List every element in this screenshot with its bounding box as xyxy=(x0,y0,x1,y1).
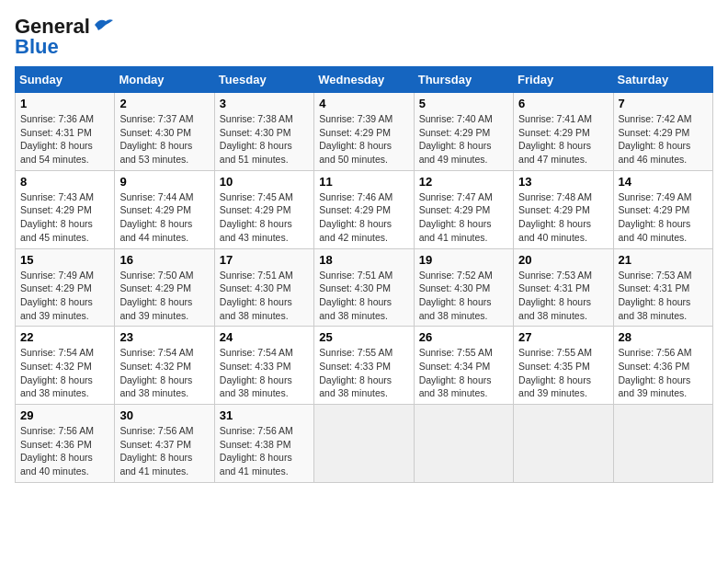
calendar-cell: 10Sunrise: 7:45 AM Sunset: 4:29 PM Dayli… xyxy=(214,170,313,248)
calendar-cell xyxy=(613,405,712,483)
day-number: 20 xyxy=(518,253,608,267)
day-number: 7 xyxy=(619,97,708,110)
day-info: Sunrise: 7:49 AM Sunset: 4:29 PM Dayligh… xyxy=(619,190,708,245)
day-number: 15 xyxy=(20,253,109,267)
calendar-cell: 3Sunrise: 7:38 AM Sunset: 4:30 PM Daylig… xyxy=(214,93,313,171)
day-info: Sunrise: 7:56 AM Sunset: 4:38 PM Dayligh… xyxy=(220,424,309,478)
day-of-week-header: Monday xyxy=(115,67,214,93)
calendar-week-row: 15Sunrise: 7:49 AM Sunset: 4:29 PM Dayli… xyxy=(16,248,713,327)
calendar-cell: 8Sunrise: 7:43 AM Sunset: 4:29 PM Daylig… xyxy=(16,170,115,248)
day-info: Sunrise: 7:39 AM Sunset: 4:29 PM Dayligh… xyxy=(319,112,408,167)
day-info: Sunrise: 7:51 AM Sunset: 4:30 PM Dayligh… xyxy=(220,269,309,323)
calendar-cell: 9Sunrise: 7:44 AM Sunset: 4:29 PM Daylig… xyxy=(115,170,214,248)
calendar-cell: 12Sunrise: 7:47 AM Sunset: 4:29 PM Dayli… xyxy=(414,170,513,248)
day-info: Sunrise: 7:51 AM Sunset: 4:30 PM Dayligh… xyxy=(319,269,408,323)
calendar-cell: 21Sunrise: 7:53 AM Sunset: 4:31 PM Dayli… xyxy=(613,248,712,327)
day-info: Sunrise: 7:56 AM Sunset: 4:37 PM Dayligh… xyxy=(119,424,209,478)
calendar-header: SundayMondayTuesdayWednesdayThursdayFrid… xyxy=(16,67,713,93)
calendar-cell: 6Sunrise: 7:41 AM Sunset: 4:29 PM Daylig… xyxy=(514,93,613,171)
day-info: Sunrise: 7:53 AM Sunset: 4:31 PM Dayligh… xyxy=(619,269,708,323)
day-number: 10 xyxy=(220,175,309,189)
day-of-week-header: Tuesday xyxy=(214,67,313,93)
day-info: Sunrise: 7:49 AM Sunset: 4:29 PM Dayligh… xyxy=(20,269,109,323)
day-number: 18 xyxy=(319,253,408,267)
day-info: Sunrise: 7:44 AM Sunset: 4:29 PM Dayligh… xyxy=(119,190,209,245)
day-number: 23 xyxy=(119,330,209,344)
day-number: 3 xyxy=(220,97,309,110)
day-info: Sunrise: 7:54 AM Sunset: 4:33 PM Dayligh… xyxy=(220,346,309,400)
day-number: 25 xyxy=(319,330,408,344)
calendar-cell: 14Sunrise: 7:49 AM Sunset: 4:29 PM Dayli… xyxy=(613,170,712,248)
calendar-cell: 20Sunrise: 7:53 AM Sunset: 4:31 PM Dayli… xyxy=(514,248,613,327)
day-number: 8 xyxy=(20,175,109,189)
calendar-cell: 19Sunrise: 7:52 AM Sunset: 4:30 PM Dayli… xyxy=(414,248,513,327)
day-info: Sunrise: 7:36 AM Sunset: 4:31 PM Dayligh… xyxy=(20,112,109,167)
day-number: 6 xyxy=(518,97,608,110)
calendar-cell: 13Sunrise: 7:48 AM Sunset: 4:29 PM Dayli… xyxy=(514,170,613,248)
day-of-week-header: Wednesday xyxy=(314,67,414,93)
day-number: 17 xyxy=(220,253,309,267)
logo-blue: Blue xyxy=(15,35,59,59)
day-info: Sunrise: 7:56 AM Sunset: 4:36 PM Dayligh… xyxy=(20,424,109,478)
calendar-cell: 29Sunrise: 7:56 AM Sunset: 4:36 PM Dayli… xyxy=(16,405,115,483)
day-header-row: SundayMondayTuesdayWednesdayThursdayFrid… xyxy=(16,67,713,93)
day-number: 27 xyxy=(518,330,608,344)
calendar-cell: 1Sunrise: 7:36 AM Sunset: 4:31 PM Daylig… xyxy=(16,93,115,171)
calendar-cell: 17Sunrise: 7:51 AM Sunset: 4:30 PM Dayli… xyxy=(214,248,313,327)
day-number: 4 xyxy=(319,97,408,110)
calendar-cell xyxy=(514,405,613,483)
day-info: Sunrise: 7:50 AM Sunset: 4:29 PM Dayligh… xyxy=(119,269,209,323)
calendar-cell xyxy=(314,405,414,483)
day-info: Sunrise: 7:46 AM Sunset: 4:29 PM Dayligh… xyxy=(319,190,408,245)
day-info: Sunrise: 7:55 AM Sunset: 4:34 PM Dayligh… xyxy=(419,346,508,400)
day-info: Sunrise: 7:55 AM Sunset: 4:35 PM Dayligh… xyxy=(518,346,608,400)
day-info: Sunrise: 7:37 AM Sunset: 4:30 PM Dayligh… xyxy=(119,112,209,167)
calendar-cell: 26Sunrise: 7:55 AM Sunset: 4:34 PM Dayli… xyxy=(414,327,513,405)
day-info: Sunrise: 7:56 AM Sunset: 4:36 PM Dayligh… xyxy=(619,346,708,400)
day-info: Sunrise: 7:47 AM Sunset: 4:29 PM Dayligh… xyxy=(419,190,508,245)
day-info: Sunrise: 7:38 AM Sunset: 4:30 PM Dayligh… xyxy=(220,112,309,167)
calendar-body: 1Sunrise: 7:36 AM Sunset: 4:31 PM Daylig… xyxy=(16,93,713,483)
day-info: Sunrise: 7:40 AM Sunset: 4:29 PM Dayligh… xyxy=(419,112,508,167)
day-number: 5 xyxy=(419,97,508,110)
calendar-cell: 30Sunrise: 7:56 AM Sunset: 4:37 PM Dayli… xyxy=(115,405,214,483)
calendar-cell: 22Sunrise: 7:54 AM Sunset: 4:32 PM Dayli… xyxy=(16,327,115,405)
day-info: Sunrise: 7:41 AM Sunset: 4:29 PM Dayligh… xyxy=(518,112,608,167)
day-number: 1 xyxy=(20,97,109,110)
page-header: General Blue xyxy=(15,15,713,59)
calendar-week-row: 22Sunrise: 7:54 AM Sunset: 4:32 PM Dayli… xyxy=(16,327,713,405)
day-info: Sunrise: 7:48 AM Sunset: 4:29 PM Dayligh… xyxy=(518,190,608,245)
calendar-cell: 31Sunrise: 7:56 AM Sunset: 4:38 PM Dayli… xyxy=(214,405,313,483)
day-number: 13 xyxy=(518,175,608,189)
calendar-week-row: 29Sunrise: 7:56 AM Sunset: 4:36 PM Dayli… xyxy=(16,405,713,483)
day-number: 26 xyxy=(419,330,508,344)
calendar-cell: 5Sunrise: 7:40 AM Sunset: 4:29 PM Daylig… xyxy=(414,93,513,171)
calendar-cell: 15Sunrise: 7:49 AM Sunset: 4:29 PM Dayli… xyxy=(16,248,115,327)
day-of-week-header: Thursday xyxy=(414,67,513,93)
calendar-cell: 7Sunrise: 7:42 AM Sunset: 4:29 PM Daylig… xyxy=(613,93,712,171)
calendar-week-row: 8Sunrise: 7:43 AM Sunset: 4:29 PM Daylig… xyxy=(16,170,713,248)
logo: General Blue xyxy=(15,15,113,59)
calendar-cell: 24Sunrise: 7:54 AM Sunset: 4:33 PM Dayli… xyxy=(214,327,313,405)
day-of-week-header: Sunday xyxy=(16,67,115,93)
day-info: Sunrise: 7:55 AM Sunset: 4:33 PM Dayligh… xyxy=(319,346,408,400)
day-number: 30 xyxy=(119,408,209,422)
day-info: Sunrise: 7:43 AM Sunset: 4:29 PM Dayligh… xyxy=(20,190,109,245)
day-of-week-header: Friday xyxy=(514,67,613,93)
calendar-cell xyxy=(414,405,513,483)
day-number: 22 xyxy=(20,330,109,344)
day-number: 28 xyxy=(619,330,708,344)
day-number: 9 xyxy=(119,175,209,189)
day-number: 11 xyxy=(319,175,408,189)
day-info: Sunrise: 7:54 AM Sunset: 4:32 PM Dayligh… xyxy=(20,346,109,400)
day-number: 19 xyxy=(419,253,508,267)
day-number: 21 xyxy=(619,253,708,267)
day-number: 31 xyxy=(220,408,309,422)
calendar-cell: 2Sunrise: 7:37 AM Sunset: 4:30 PM Daylig… xyxy=(115,93,214,171)
calendar-table: SundayMondayTuesdayWednesdayThursdayFrid… xyxy=(15,66,713,483)
calendar-cell: 16Sunrise: 7:50 AM Sunset: 4:29 PM Dayli… xyxy=(115,248,214,327)
day-number: 16 xyxy=(119,253,209,267)
day-info: Sunrise: 7:42 AM Sunset: 4:29 PM Dayligh… xyxy=(619,112,708,167)
day-number: 24 xyxy=(220,330,309,344)
day-info: Sunrise: 7:52 AM Sunset: 4:30 PM Dayligh… xyxy=(419,269,508,323)
